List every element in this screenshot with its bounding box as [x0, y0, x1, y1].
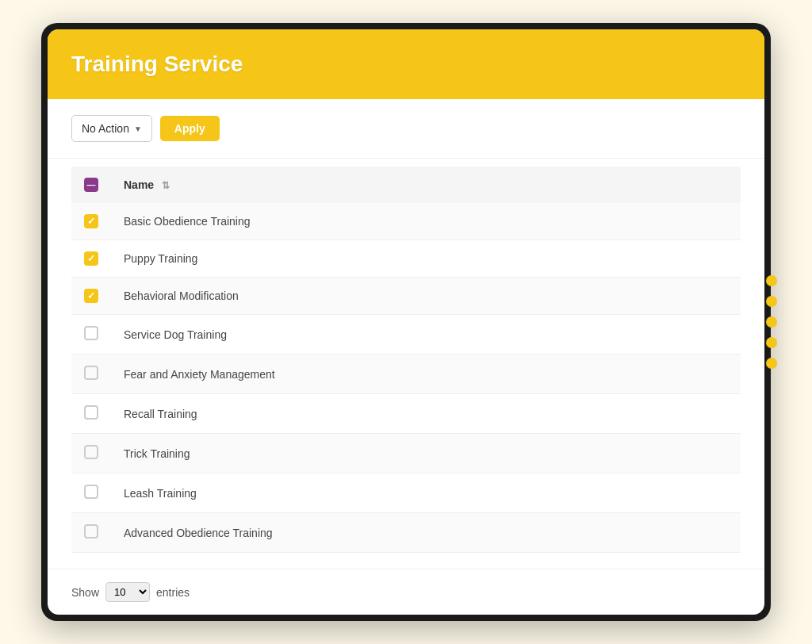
header-checkbox-col	[71, 167, 111, 203]
device-dot-5	[766, 358, 777, 369]
row-checkbox-cell	[71, 513, 111, 553]
select-all-checkbox[interactable]	[84, 178, 98, 192]
device-dots	[766, 275, 777, 369]
table-footer: Show 102550100 entries	[48, 569, 764, 615]
row-name-cell: Fear and Anxiety Management	[111, 355, 741, 394]
header-name-col: Name ⇅	[111, 167, 741, 203]
toolbar: No Action ▼ Apply	[48, 99, 764, 159]
row-checkbox-cell	[71, 394, 111, 434]
row-checkbox[interactable]	[84, 485, 98, 499]
apply-button[interactable]: Apply	[160, 116, 220, 141]
row-checkbox[interactable]	[84, 326, 98, 340]
table-row: Leash Training	[71, 473, 741, 513]
entries-label: entries	[156, 586, 190, 599]
row-name-cell: Recall Training	[111, 394, 741, 434]
row-checkbox-cell	[71, 355, 111, 394]
row-checkbox[interactable]	[84, 251, 98, 266]
row-checkbox-cell	[71, 473, 111, 513]
table-row: Advanced Obedience Training	[71, 513, 741, 553]
row-name-cell: Puppy Training	[111, 240, 741, 278]
table-row: Puppy Training	[71, 240, 741, 278]
table-row: Trick Training	[71, 434, 741, 473]
row-checkbox[interactable]	[84, 405, 98, 420]
row-checkbox-cell	[71, 315, 111, 355]
row-checkbox[interactable]	[84, 214, 98, 228]
row-checkbox-cell	[71, 434, 111, 473]
row-name-cell: Behavioral Modification	[111, 278, 741, 315]
sort-icon: ⇅	[162, 180, 170, 191]
device-dot-2	[766, 296, 777, 307]
page-header: Training Service	[48, 29, 764, 99]
row-name-cell: Advanced Obedience Training	[111, 513, 741, 553]
row-checkbox-cell	[71, 278, 111, 315]
table-header-row: Name ⇅	[71, 167, 741, 203]
page-title: Training Service	[71, 52, 741, 77]
row-checkbox-cell	[71, 240, 111, 278]
row-name-cell: Service Dog Training	[111, 315, 741, 355]
name-column-label: Name	[124, 178, 154, 191]
device-dot-4	[766, 337, 777, 348]
row-name-cell: Basic Obedience Training	[111, 203, 741, 240]
action-dropdown[interactable]: No Action ▼	[71, 115, 152, 142]
device-dot-3	[766, 316, 777, 328]
table-row: Behavioral Modification	[71, 278, 741, 315]
row-checkbox[interactable]	[84, 366, 98, 380]
table-row: Recall Training	[71, 394, 741, 434]
table-row: Service Dog Training	[71, 315, 741, 355]
training-table: Name ⇅ Basic Obedience TrainingPuppy Tra…	[71, 167, 741, 553]
device-frame: Training Service No Action ▼ Apply Name	[41, 23, 771, 621]
app-container: Training Service No Action ▼ Apply Name	[48, 29, 764, 615]
row-checkbox[interactable]	[84, 445, 98, 459]
entries-select[interactable]: 102550100	[105, 582, 150, 602]
action-dropdown-label: No Action	[82, 122, 129, 135]
table-container: Name ⇅ Basic Obedience TrainingPuppy Tra…	[48, 159, 764, 569]
device-dot-1	[766, 275, 777, 286]
table-row: Fear and Anxiety Management	[71, 355, 741, 394]
table-body: Basic Obedience TrainingPuppy TrainingBe…	[71, 203, 741, 553]
row-name-cell: Trick Training	[111, 434, 741, 473]
chevron-down-icon: ▼	[134, 125, 142, 133]
table-row: Basic Obedience Training	[71, 203, 741, 240]
row-checkbox-cell	[71, 203, 111, 240]
row-name-cell: Leash Training	[111, 473, 741, 513]
show-label: Show	[71, 586, 99, 599]
row-checkbox[interactable]	[84, 289, 98, 303]
row-checkbox[interactable]	[84, 524, 98, 539]
